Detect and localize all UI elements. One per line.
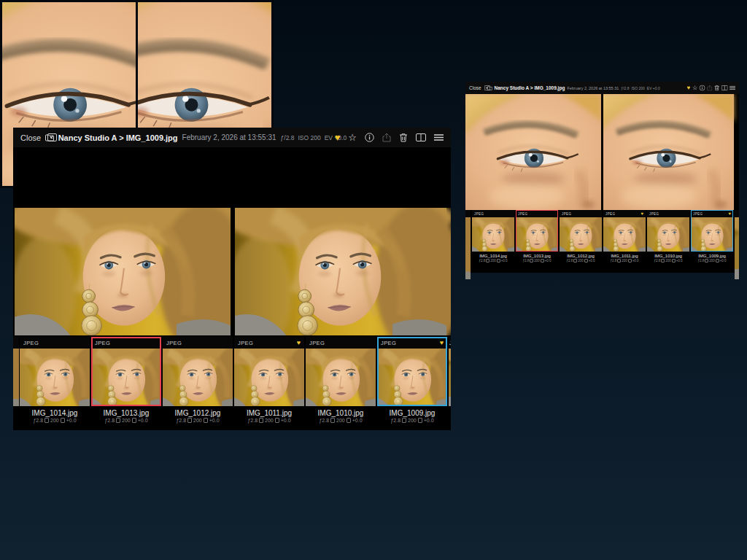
filmstrip-item[interactable]: JPEG (163, 337, 233, 406)
filmstrip-partial-right[interactable]: JPEG (449, 337, 451, 406)
compare-area (13, 147, 451, 335)
iso-icon (330, 418, 335, 423)
format-badge: JPEG (381, 340, 396, 346)
format-badge: JPEG (23, 340, 39, 346)
iso-icon (259, 418, 263, 423)
heart-icon[interactable]: ♥ (686, 85, 690, 90)
file-label: IMG_1012.jpg ƒ2.8200+0.0 (560, 254, 602, 262)
main-viewer-window: Close Nancy Studio A > IMG_1009.jpg Febr… (13, 128, 451, 430)
folder-icon (487, 86, 492, 90)
compare-photo-left[interactable] (15, 208, 231, 335)
thumbnail (20, 349, 90, 406)
filmstrip-item[interactable]: JPEG (472, 210, 514, 252)
format-badge: JPEG (449, 340, 451, 346)
filmstrip-item[interactable]: JPEG (647, 210, 689, 252)
timestamp: February 2, 2026 at 13:55:31 (182, 133, 276, 141)
filmstrip-item[interactable]: JPEG♥ (603, 210, 646, 252)
filmstrip-item-red-selected[interactable]: JPEG (516, 210, 558, 252)
breadcrumb: Nancy Studio A > IMG_1009.jpg (58, 133, 178, 142)
toolbar-actions: ♥ ☆ (335, 133, 444, 142)
thumbnail (163, 349, 233, 406)
menu-icon[interactable] (729, 86, 735, 90)
filmstrip-item[interactable]: JPEG (560, 210, 602, 252)
filmstrip-item[interactable]: JPEG (306, 337, 376, 406)
close-button[interactable]: Close (20, 133, 41, 142)
filmstrip-partial-left[interactable] (13, 337, 19, 406)
ev-icon (132, 418, 136, 423)
filmstrip-item[interactable]: JPEG (20, 337, 90, 406)
trash-icon[interactable] (399, 133, 408, 142)
ev-icon (275, 418, 279, 423)
file-label: IMG_1010.jpg ƒ2.8200+0.0 (306, 409, 376, 423)
close-button[interactable]: Close (469, 85, 481, 90)
filename-row: IMG_1014.jpg ƒ2.8200+0.0 IMG_1013.jpg ƒ2… (465, 254, 739, 271)
split-view-icon[interactable] (721, 85, 728, 90)
favorite-heart-icon: ♥ (297, 340, 301, 346)
file-label: IMG_1014.jpg ƒ2.8200+0.0 (472, 254, 514, 262)
split-view-icon[interactable] (416, 133, 426, 141)
share-icon[interactable] (382, 133, 391, 142)
aperture-value: ƒ/2.8 (281, 134, 295, 141)
ev-icon (204, 418, 208, 423)
title-group: Nancy Studio A > IMG_1009.jpg February 2… (490, 85, 657, 90)
star-icon[interactable]: ☆ (348, 133, 357, 142)
star-icon[interactable]: ☆ (692, 85, 697, 90)
file-label: IMG_1013.jpg ƒ2.8200+0.0 (91, 409, 161, 423)
ev-icon (61, 418, 65, 423)
filmstrip-item-red-selected[interactable]: JPEG (91, 337, 161, 406)
file-label: IMG_1011.jpg ƒ2.8200+0.0 (603, 254, 646, 262)
favorite-heart-icon: ♥ (728, 211, 731, 216)
trash-icon[interactable] (714, 85, 719, 90)
compare-photo-left[interactable] (465, 94, 601, 210)
share-icon[interactable] (707, 85, 712, 90)
filmstrip: JPEG JPEG JPEG JPEG♥ JPEG JPEG♥ (465, 210, 739, 252)
info-icon[interactable] (699, 85, 705, 90)
main-toolbar: Close Nancy Studio A > IMG_1009.jpg Febr… (13, 128, 451, 147)
info-icon[interactable] (365, 133, 374, 142)
thumbnail (306, 349, 376, 406)
file-label: IMG_1012.jpg ƒ2.8200+0.0 (163, 409, 233, 423)
format-badge: JPEG (95, 340, 110, 346)
filmstrip: JPEG JPEG JPEG JPEG♥ JPEG JPEG♥ JPEG (13, 337, 451, 406)
menu-icon[interactable] (434, 134, 444, 141)
toolbar-actions: ♥ ☆ (686, 85, 735, 90)
format-badge: JPEG (166, 340, 182, 346)
breadcrumb: Nancy Studio A > IMG_1009.jpg (495, 85, 565, 90)
heart-icon[interactable]: ♥ (335, 133, 341, 142)
folder-icon (45, 134, 54, 141)
favorite-heart-icon: ♥ (440, 340, 444, 346)
ev-icon (347, 418, 351, 423)
file-label: IMG_1009.jpg ƒ2.8200+0.0 (691, 254, 733, 262)
iso-icon (116, 418, 120, 423)
filmstrip-item-blue-selected[interactable]: JPEG♥ (691, 210, 733, 252)
thumbnail (91, 349, 161, 406)
file-label: IMG_1013.jpg ƒ2.8200+0.0 (516, 254, 558, 262)
secondary-viewer-window: Close Nancy Studio A > IMG_1009.jpg Febr… (465, 82, 739, 273)
ev-icon (418, 418, 422, 423)
file-label: IMG_1010.jpg ƒ2.8200+0.0 (647, 254, 689, 262)
secondary-toolbar: Close Nancy Studio A > IMG_1009.jpg Febr… (465, 82, 739, 94)
timestamp: February 2, 2026 at 13:55:31 (567, 86, 619, 90)
iso-icon (187, 418, 192, 423)
file-label: IMG_1011.jpg ƒ2.8200+0.0 (234, 409, 304, 423)
format-badge: JPEG (309, 340, 325, 346)
format-badge: JPEG (238, 340, 253, 346)
compare-photo-right[interactable] (235, 208, 451, 335)
thumbnail (377, 349, 447, 406)
file-label: IMG_1009.jpg ƒ2.8200+0.0 (377, 409, 447, 423)
exposure-info: ƒ/2.8 ISO 200 EV +0.0 (621, 86, 659, 90)
filmstrip-item-blue-selected[interactable]: JPEG♥ (377, 337, 447, 406)
filmstrip-item[interactable]: JPEG♥ (234, 337, 304, 406)
iso-icon (44, 418, 49, 423)
compare-area (465, 94, 739, 210)
favorite-heart-icon: ♥ (640, 211, 643, 216)
thumbnail (234, 349, 304, 406)
iso-icon (402, 418, 406, 423)
title-group: Nancy Studio A > IMG_1009.jpg February 2… (57, 133, 335, 142)
filename-row: IMG_1014.jpg ƒ2.8200+0.0 IMG_1013.jpg ƒ2… (13, 409, 451, 430)
iso-value: ISO 200 (298, 134, 320, 141)
compare-photo-right[interactable] (603, 94, 739, 210)
file-label: IMG_1014.jpg ƒ2.8200+0.0 (20, 409, 90, 423)
